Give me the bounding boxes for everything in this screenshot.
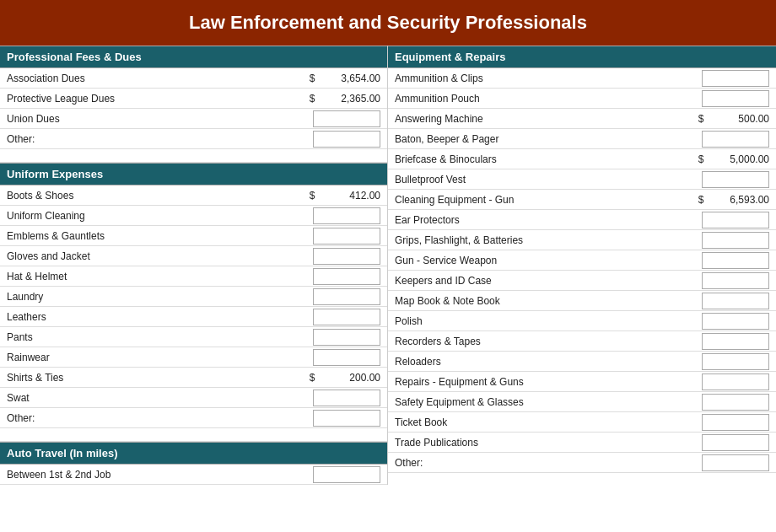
row-boots-shoes: Boots & Shoes $ 412.00 — [0, 185, 387, 206]
label-protective-league-dues: Protective League Dues — [0, 90, 304, 107]
input-box-ammunition-pouch[interactable] — [702, 90, 769, 107]
row-cleaning-equipment-gun: Cleaning Equipment - Gun $ 6,593.00 — [388, 190, 776, 210]
label-repairs-equipment-guns: Repairs - Equipment & Guns — [388, 373, 675, 390]
label-uniform-cleaning: Uniform Cleaning — [0, 207, 286, 224]
input-box-polish[interactable] — [702, 313, 769, 330]
input-box-swat[interactable] — [313, 390, 380, 406]
row-other-equipment: Other: — [388, 453, 776, 473]
label-swat: Swat — [0, 390, 286, 406]
label-shirts-ties: Shirts & Ties — [0, 369, 304, 386]
input-box-grips-flashlight-batteries[interactable] — [702, 232, 769, 249]
label-leathers: Leathers — [0, 309, 286, 325]
row-safety-equipment-glasses: Safety Equipment & Glasses — [388, 392, 776, 412]
label-other-uniform: Other: — [0, 410, 286, 427]
input-box-gun-service-weapon[interactable] — [702, 252, 769, 269]
input-box-bulletproof-vest[interactable] — [702, 171, 769, 188]
input-box-recorders-tapes[interactable] — [702, 333, 769, 350]
section-header-auto-travel: Auto Travel (In miles) — [0, 442, 387, 465]
input-box-other-equipment[interactable] — [702, 454, 769, 471]
label-ticket-book: Ticket Book — [388, 414, 675, 431]
dollar-briefcase-binoculars: $ — [693, 151, 709, 168]
label-reloaders: Reloaders — [388, 353, 675, 370]
label-ammunition-clips: Ammunition & Clips — [388, 70, 675, 87]
dollar-shirts-ties: $ — [304, 369, 320, 386]
amount-shirts-ties: 200.00 — [320, 369, 387, 386]
input-box-other-fees[interactable] — [313, 131, 380, 148]
input-box-reloaders[interactable] — [702, 353, 769, 370]
label-pants: Pants — [0, 329, 286, 346]
row-laundry: Laundry — [0, 287, 387, 307]
input-box-laundry[interactable] — [313, 288, 380, 305]
row-leathers: Leathers — [0, 307, 387, 327]
input-box-ammunition-clips[interactable] — [702, 70, 769, 87]
row-rainwear: Rainwear — [0, 347, 387, 368]
input-box-baton-beeper-pager[interactable] — [702, 131, 769, 148]
left-column: Professional Fees & Dues Association Due… — [0, 46, 388, 485]
input-box-ear-protectors[interactable] — [702, 212, 769, 228]
input-box-trade-publications[interactable] — [702, 434, 769, 451]
row-gloves-jacket: Gloves and Jacket — [0, 246, 387, 266]
amount-boots-shoes: 412.00 — [320, 187, 387, 204]
row-union-dues: Union Dues — [0, 109, 387, 129]
right-column: Equipment & Repairs Ammunition & Clips A… — [388, 46, 776, 485]
label-gloves-jacket: Gloves and Jacket — [0, 248, 286, 265]
label-hat-helmet: Hat & Helmet — [0, 268, 286, 285]
label-ear-protectors: Ear Protectors — [388, 212, 675, 228]
dollar-cleaning-equipment-gun: $ — [693, 191, 709, 208]
label-emblems-gauntlets: Emblems & Gauntlets — [0, 228, 286, 245]
label-union-dues: Union Dues — [0, 110, 286, 127]
row-keepers-id-case: Keepers and ID Case — [388, 271, 776, 291]
row-grips-flashlight-batteries: Grips, Flashlight, & Batteries — [388, 230, 776, 250]
label-map-book-note-book: Map Book & Note Book — [388, 293, 675, 309]
input-box-between-jobs[interactable] — [313, 466, 380, 483]
input-box-rainwear[interactable] — [313, 349, 380, 366]
label-cleaning-equipment-gun: Cleaning Equipment - Gun — [388, 191, 693, 208]
row-emblems-gauntlets: Emblems & Gauntlets — [0, 226, 387, 246]
label-boots-shoes: Boots & Shoes — [0, 187, 304, 204]
label-other-fees: Other: — [0, 131, 286, 148]
input-union-dues — [286, 110, 387, 127]
amount-protective-league-dues: 2,365.00 — [320, 90, 387, 107]
label-gun-service-weapon: Gun - Service Weapon — [388, 252, 675, 269]
input-box-map-book-note-book[interactable] — [702, 293, 769, 309]
section-professional-fees: Professional Fees & Dues Association Due… — [0, 46, 387, 163]
label-ammunition-pouch: Ammunition Pouch — [388, 90, 675, 107]
row-between-jobs: Between 1st & 2nd Job — [0, 465, 387, 485]
row-ticket-book: Ticket Book — [388, 412, 776, 433]
row-uniform-cleaning: Uniform Cleaning — [0, 206, 387, 226]
input-box-emblems-gauntlets[interactable] — [313, 228, 380, 245]
label-recorders-tapes: Recorders & Tapes — [388, 333, 675, 350]
row-bulletproof-vest: Bulletproof Vest — [388, 169, 776, 190]
input-box-union-dues[interactable] — [313, 110, 380, 127]
row-other-uniform: Other: — [0, 408, 387, 428]
section-equipment-repairs: Equipment & Repairs Ammunition & Clips A… — [388, 46, 776, 473]
row-association-dues: Association Dues $ 3,654.00 — [0, 68, 387, 89]
label-baton-beeper-pager: Baton, Beeper & Pager — [388, 131, 675, 148]
section-uniform-expenses: Uniform Expenses Boots & Shoes $ 412.00 … — [0, 163, 387, 442]
label-laundry: Laundry — [0, 288, 286, 305]
input-box-safety-equipment-glasses[interactable] — [702, 394, 769, 411]
label-other-equipment: Other: — [388, 454, 675, 471]
row-shirts-ties: Shirts & Ties $ 200.00 — [0, 368, 387, 388]
dollar-boots-shoes: $ — [304, 187, 320, 204]
input-box-ticket-book[interactable] — [702, 414, 769, 431]
label-association-dues: Association Dues — [0, 70, 304, 87]
amount-association-dues: 3,654.00 — [320, 70, 387, 87]
input-box-keepers-id-case[interactable] — [702, 272, 769, 289]
row-recorders-tapes: Recorders & Tapes — [388, 331, 776, 352]
input-box-other-uniform[interactable] — [313, 410, 380, 427]
row-ammunition-pouch: Ammunition Pouch — [388, 89, 776, 109]
input-box-repairs-equipment-guns[interactable] — [702, 373, 769, 390]
row-other-fees: Other: — [0, 129, 387, 149]
input-box-pants[interactable] — [313, 329, 380, 346]
amount-cleaning-equipment-gun: 6,593.00 — [709, 191, 776, 208]
input-box-uniform-cleaning[interactable] — [313, 207, 380, 224]
input-box-hat-helmet[interactable] — [313, 268, 380, 285]
label-answering-machine: Answering Machine — [388, 110, 693, 127]
section-header-professional-fees: Professional Fees & Dues — [0, 46, 387, 68]
input-box-leathers[interactable] — [313, 309, 380, 325]
label-grips-flashlight-batteries: Grips, Flashlight, & Batteries — [388, 232, 675, 249]
input-box-gloves-jacket[interactable] — [313, 248, 380, 265]
row-baton-beeper-pager: Baton, Beeper & Pager — [388, 129, 776, 149]
section-auto-travel: Auto Travel (In miles) Between 1st & 2nd… — [0, 442, 387, 485]
